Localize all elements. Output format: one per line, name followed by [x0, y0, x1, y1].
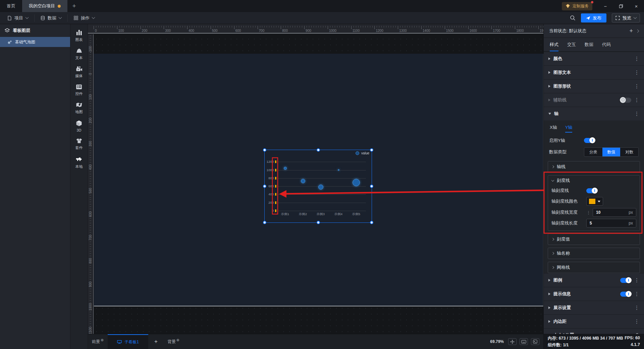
enable-y-axis-row: 启用Y轴: [548, 135, 640, 146]
tab-home[interactable]: 首页: [0, 0, 22, 12]
group-axis-name[interactable]: 轴名称: [548, 248, 640, 259]
kebab-menu-icon[interactable]: ⋮: [634, 56, 639, 62]
widget-local[interactable]: 本地: [75, 156, 83, 169]
publish-button[interactable]: 发布: [581, 13, 606, 22]
resize-handle[interactable]: [263, 148, 266, 152]
menu-data[interactable]: 数据: [34, 14, 67, 22]
widget-controls[interactable]: 控件: [75, 84, 83, 96]
section-graphic-shape[interactable]: 图形形状 ⋮: [544, 79, 644, 93]
restore-icon: [619, 4, 623, 8]
tick-length-label: 轴刻度线长度: [551, 220, 586, 226]
foreground-button[interactable]: 前景 ⊕: [88, 334, 108, 349]
section-graphic-text[interactable]: 图形文本 ⋮: [544, 65, 644, 79]
section-axis[interactable]: 轴 ⋮: [544, 107, 644, 120]
tick-width-input[interactable]: [596, 210, 616, 215]
group-tick-value[interactable]: 刻度值: [548, 234, 640, 245]
resize-handle[interactable]: [317, 221, 320, 224]
add-foreground-icon[interactable]: ⊕: [101, 338, 104, 342]
guides-toggle[interactable]: [620, 98, 631, 103]
section-tooltip[interactable]: 提示信息 ⋮: [544, 287, 644, 301]
widget-label: 控件: [75, 91, 83, 96]
menu-actions[interactable]: 操作: [67, 14, 101, 22]
kebab-menu-icon[interactable]: ⋮: [634, 69, 639, 76]
group-grid-line[interactable]: 网格线: [548, 262, 640, 273]
layer-item-label: 基础气泡图: [15, 39, 35, 45]
resize-handle[interactable]: [370, 221, 373, 224]
tab-x-axis[interactable]: X轴: [550, 124, 557, 133]
option-log[interactable]: 对数: [620, 148, 638, 156]
resize-handle[interactable]: [263, 221, 266, 224]
section-padding[interactable]: 内边距 ⋮: [544, 314, 644, 328]
section-guides[interactable]: 辅助线 ⋮: [544, 93, 644, 107]
kebab-menu-icon[interactable]: ⋮: [634, 83, 639, 89]
widget-3d[interactable]: 3D: [76, 120, 82, 132]
console-button[interactable]: [531, 338, 539, 345]
tab-y-axis[interactable]: Y轴: [565, 124, 573, 133]
group-axis-line[interactable]: 轴线: [548, 161, 640, 172]
unit-label: px: [629, 210, 633, 215]
section-color[interactable]: 颜色 ⋮: [544, 52, 644, 65]
close-button[interactable]: ×: [629, 0, 644, 12]
resize-handle[interactable]: [370, 185, 373, 188]
legend-label: value: [361, 151, 369, 155]
tab-data[interactable]: 数据: [585, 42, 593, 51]
widget-charts[interactable]: 图表: [75, 30, 83, 42]
layers-header-label: 看板图层: [13, 28, 30, 34]
restore-button[interactable]: [613, 0, 629, 12]
custom-service-button[interactable]: 定制服务: [562, 2, 592, 10]
section-display-settings[interactable]: 展示设置 ⋮: [544, 301, 644, 314]
fullscreen-frame-icon: [615, 16, 620, 20]
resize-handle[interactable]: [263, 185, 266, 188]
add-board-button[interactable]: +: [148, 334, 164, 349]
chevron-right-icon: [551, 252, 554, 255]
shortcut-keys-button[interactable]: [520, 338, 528, 345]
background-button[interactable]: 背景 ⊕: [164, 334, 183, 349]
map-icon: [76, 102, 83, 108]
bubble-chart-component[interactable]: 020040060080010001200示例1示例2示例3示例4示例5 val…: [264, 150, 372, 223]
kebab-menu-icon[interactable]: ⋮: [634, 318, 639, 325]
search-icon[interactable]: [570, 15, 576, 21]
chevron-right-icon[interactable]: [636, 29, 639, 33]
add-state-button[interactable]: +: [629, 28, 633, 35]
new-tab-button[interactable]: +: [67, 0, 81, 12]
minimize-button[interactable]: −: [598, 0, 613, 12]
tooltip-toggle[interactable]: [620, 292, 631, 297]
preview-button[interactable]: 预览: [612, 13, 640, 22]
section-label: 图形文本: [553, 69, 571, 76]
menu-actions-label: 操作: [81, 15, 90, 21]
drag-handle-icon[interactable]: ⋮: [586, 210, 591, 215]
widget-text[interactable]: 文本: [75, 48, 83, 60]
fit-screen-button[interactable]: [508, 338, 517, 345]
widget-kits[interactable]: 套件: [75, 138, 83, 150]
widget-media[interactable]: 媒体: [75, 66, 83, 79]
kebab-menu-icon[interactable]: ⋮: [634, 291, 639, 297]
menu-project[interactable]: 项目: [1, 14, 34, 22]
enable-y-axis-toggle[interactable]: [584, 138, 595, 143]
legend-toggle[interactable]: [620, 278, 631, 283]
tab-code[interactable]: 代码: [602, 42, 611, 51]
service-label: 定制服务: [573, 3, 589, 9]
kebab-menu-icon[interactable]: ⋮: [634, 277, 639, 283]
resize-handle[interactable]: [317, 148, 320, 152]
layer-item-bubble-chart[interactable]: 基础气泡图: [0, 37, 70, 47]
subboard-tab[interactable]: 子看板1: [108, 334, 148, 349]
tick-enable-toggle[interactable]: [586, 188, 597, 193]
tick-color-picker[interactable]: [586, 197, 603, 206]
caret-right-icon: [548, 99, 550, 101]
add-background-icon[interactable]: ⊕: [176, 338, 179, 342]
option-category[interactable]: 分类: [584, 148, 602, 156]
tab-style[interactable]: 样式: [550, 42, 558, 51]
tick-length-input[interactable]: [590, 221, 610, 226]
kebab-menu-icon[interactable]: ⋮: [634, 111, 639, 117]
option-numeric[interactable]: 数值: [602, 148, 621, 156]
resize-handle[interactable]: [370, 148, 373, 152]
canvas[interactable]: 0100200300400500600700800900100011001200…: [88, 24, 543, 334]
widget-map[interactable]: 地图: [75, 102, 83, 114]
tab-interaction[interactable]: 交互: [567, 42, 576, 51]
widget-label: 3D: [76, 128, 81, 132]
group-tick-line-header[interactable]: 刻度线: [548, 176, 640, 186]
kebab-menu-icon[interactable]: ⋮: [634, 97, 639, 103]
tab-project[interactable]: 我的空白项目: [22, 0, 67, 12]
section-legend[interactable]: 图例 ⋮: [544, 273, 644, 287]
kebab-menu-icon[interactable]: ⋮: [634, 305, 639, 311]
